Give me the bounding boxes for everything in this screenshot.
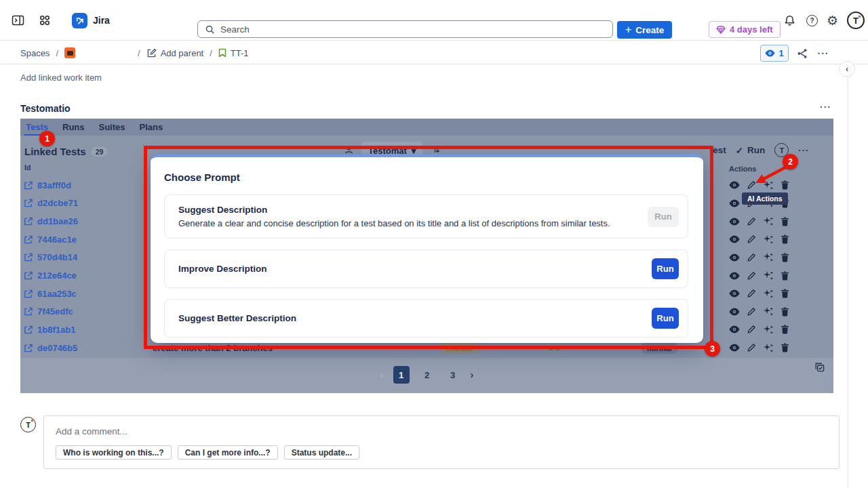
- add-linked-work-item[interactable]: Add linked work item: [20, 73, 102, 83]
- delete-trash-icon[interactable]: [778, 251, 791, 264]
- edit-pencil-icon[interactable]: [745, 305, 757, 318]
- test-id-link[interactable]: 212e64ce: [21, 266, 157, 285]
- status-badge: manual: [441, 342, 479, 354]
- jira-logo-icon: [72, 13, 87, 28]
- breadcrumb-spaces[interactable]: Spaces: [20, 48, 50, 58]
- test-title[interactable]: create more than 2 branches: [153, 343, 273, 353]
- edit-pencil-icon[interactable]: [745, 233, 757, 246]
- external-link-icon: [24, 289, 33, 298]
- app-switcher-icon[interactable]: [37, 12, 53, 28]
- help-icon[interactable]: ?: [806, 15, 818, 26]
- view-eye-icon[interactable]: [728, 323, 741, 336]
- test-id-link[interactable]: 61aa253c: [21, 285, 157, 303]
- quick-reply-chip[interactable]: Can I get more info...?: [178, 445, 278, 460]
- page-more-actions-icon[interactable]: ···: [814, 46, 832, 61]
- collapse-panel-button[interactable]: ‹: [839, 61, 855, 77]
- ai-sparkles-icon[interactable]: [762, 323, 774, 336]
- view-eye-icon[interactable]: [728, 197, 741, 209]
- tab-suites[interactable]: Suites: [95, 119, 130, 136]
- test-button[interactable]: Test: [708, 145, 726, 155]
- test-id-link[interactable]: 1b8f1ab1: [21, 321, 157, 339]
- test-id-link[interactable]: d2dcbe71: [21, 195, 157, 213]
- ai-sparkles-icon[interactable]: [762, 287, 774, 300]
- view-eye-icon[interactable]: [728, 179, 741, 192]
- page-prev-icon[interactable]: ‹: [380, 369, 384, 380]
- tab-plans[interactable]: Plans: [136, 119, 167, 136]
- ai-sparkles-icon[interactable]: [762, 233, 774, 246]
- sort-icon[interactable]: ⇅: [433, 144, 440, 155]
- breadcrumb-separator: /: [56, 48, 58, 58]
- search-input[interactable]: Search: [197, 20, 613, 38]
- watchers-button[interactable]: 1: [760, 45, 789, 62]
- annotation-step-2: 2: [783, 154, 798, 169]
- ai-sparkles-icon[interactable]: [762, 251, 774, 264]
- run-button[interactable]: Run: [652, 308, 679, 329]
- ai-actions-tooltip: AI Actions: [742, 192, 788, 205]
- external-link-icon: [24, 271, 33, 280]
- ai-sparkles-icon[interactable]: [762, 269, 774, 282]
- ai-sparkles-icon[interactable]: [762, 342, 774, 354]
- page-1[interactable]: 1: [393, 366, 410, 384]
- prompt-description: Generate a clear and concise description…: [178, 218, 610, 228]
- user-avatar[interactable]: T: [847, 12, 865, 29]
- issue-key-crumb[interactable]: TT-1: [218, 48, 249, 58]
- test-id-link[interactable]: dd1bae26: [21, 212, 157, 230]
- delete-trash-icon[interactable]: [778, 305, 791, 318]
- delete-trash-icon[interactable]: [778, 342, 791, 354]
- delete-trash-icon[interactable]: [778, 179, 791, 192]
- quick-reply-chip[interactable]: Who is working on this...?: [56, 445, 172, 460]
- edit-pencil-icon[interactable]: [745, 251, 757, 264]
- widget-toolbar-more-icon[interactable]: ···: [798, 145, 809, 155]
- edit-pencil-icon[interactable]: [745, 287, 757, 300]
- row-actions: [728, 266, 791, 285]
- delete-trash-icon[interactable]: [778, 269, 791, 282]
- run-button-disabled[interactable]: Run: [648, 207, 679, 227]
- add-parent-button[interactable]: Add parent: [146, 48, 204, 58]
- create-button[interactable]: + Create: [617, 21, 672, 39]
- test-id-link[interactable]: 7446ac1e: [21, 230, 157, 249]
- modal-title: Choose Prompt: [164, 171, 688, 183]
- run-button[interactable]: ✓ Run: [736, 145, 766, 156]
- jira-home-link[interactable]: Jira: [72, 13, 110, 28]
- view-eye-icon[interactable]: [728, 215, 741, 228]
- page-2[interactable]: 2: [419, 370, 435, 380]
- run-button[interactable]: Run: [652, 258, 679, 279]
- sidebar-toggle-icon[interactable]: [9, 12, 26, 28]
- test-id-link[interactable]: 7f45edfc: [21, 302, 157, 321]
- ai-sparkles-icon[interactable]: [762, 179, 774, 192]
- edit-pencil-icon[interactable]: [745, 269, 757, 282]
- ai-sparkles-icon[interactable]: [762, 305, 774, 318]
- view-eye-icon[interactable]: [728, 233, 741, 246]
- view-eye-icon[interactable]: [728, 287, 741, 300]
- row-actions: [728, 302, 791, 321]
- delete-trash-icon[interactable]: [778, 323, 791, 336]
- page-next-icon[interactable]: ›: [471, 369, 474, 380]
- view-eye-icon[interactable]: [728, 342, 741, 354]
- test-id-link[interactable]: de0746b5: [21, 339, 157, 357]
- settings-gear-icon[interactable]: ⚙: [827, 14, 838, 27]
- delete-trash-icon[interactable]: [778, 215, 791, 228]
- column-header-actions: Actions: [729, 165, 756, 173]
- trial-days-left-button[interactable]: 4 days left: [709, 21, 781, 38]
- quick-reply-chip[interactable]: Status update...: [284, 445, 359, 460]
- widget-more-actions-icon[interactable]: ···: [820, 102, 831, 113]
- view-eye-icon[interactable]: [728, 305, 741, 318]
- edit-pencil-icon[interactable]: [745, 342, 757, 354]
- gem-icon: [716, 26, 726, 34]
- comment-input[interactable]: Add a comment... Who is working on this.…: [43, 415, 840, 469]
- project-name-redacted[interactable]: [81, 48, 132, 58]
- edit-pencil-icon[interactable]: [745, 215, 757, 228]
- test-id-link[interactable]: 83afff0d: [21, 176, 157, 195]
- page-3[interactable]: 3: [445, 370, 461, 380]
- delete-trash-icon[interactable]: [778, 287, 791, 300]
- edit-pencil-icon[interactable]: [745, 323, 757, 336]
- tab-runs[interactable]: Runs: [58, 119, 89, 136]
- share-icon[interactable]: [795, 46, 810, 61]
- edit-pencil-icon[interactable]: [745, 179, 757, 192]
- notifications-bell-icon[interactable]: [781, 12, 797, 28]
- test-id-link[interactable]: 570d4b14: [21, 249, 157, 267]
- delete-trash-icon[interactable]: [778, 233, 791, 246]
- view-eye-icon[interactable]: [728, 269, 741, 282]
- ai-sparkles-icon[interactable]: [762, 215, 774, 228]
- view-eye-icon[interactable]: [728, 251, 741, 264]
